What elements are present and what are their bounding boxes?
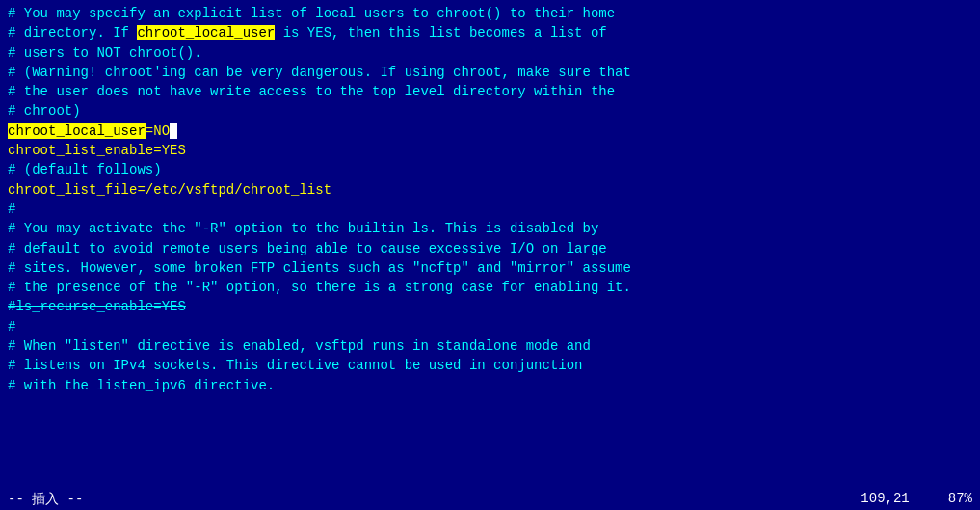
line-16: #ls_recurse_enable=YES <box>8 297 972 316</box>
cursor <box>170 123 177 139</box>
line-19: # listens on IPv4 sockets. This directiv… <box>8 356 972 375</box>
line-15: # the presence of the "-R" option, so th… <box>8 278 972 297</box>
status-bar: -- 插入 -- 109,21 87% <box>0 489 980 510</box>
line-3: # users to NOT chroot(). <box>8 43 972 63</box>
line-13: # default to avoid remote users being ab… <box>8 239 972 258</box>
editor-content[interactable]: # You may specify an explicit list of lo… <box>0 0 980 489</box>
line-2: # directory. If chroot_local_user is YES… <box>8 23 972 42</box>
line-14: # sites. However, some broken FTP client… <box>8 258 972 278</box>
cursor-position: 109,21 <box>861 491 909 508</box>
line-8: chroot_list_enable=YES <box>8 141 972 160</box>
line-5: # the user does not have write access to… <box>8 82 972 101</box>
line-1: # You may specify an explicit list of lo… <box>8 4 972 23</box>
line-6: # chroot) <box>8 101 972 121</box>
highlight-chroot-local-user-code: chroot_local_user <box>8 123 146 139</box>
line-17: # <box>8 317 972 336</box>
line-11: # <box>8 200 972 219</box>
line-12: # You may activate the "-R" option to th… <box>8 219 972 238</box>
editor-mode: -- 插入 -- <box>8 491 83 508</box>
line-10: chroot_list_file=/etc/vsftpd/chroot_list <box>8 180 972 200</box>
line-20: # with the listen_ipv6 directive. <box>8 376 972 395</box>
editor-window: # You may specify an explicit list of lo… <box>0 0 980 510</box>
highlight-chroot-local-user: chroot_local_user <box>137 25 275 40</box>
line-7: chroot_local_user=NO <box>8 121 972 141</box>
line-18: # When "listen" directive is enabled, vs… <box>8 336 972 356</box>
line-9: # (default follows) <box>8 160 972 179</box>
status-right: 109,21 87% <box>861 491 972 508</box>
line-4: # (Warning! chroot'ing can be very dange… <box>8 63 972 82</box>
scroll-percent: 87% <box>948 491 972 508</box>
